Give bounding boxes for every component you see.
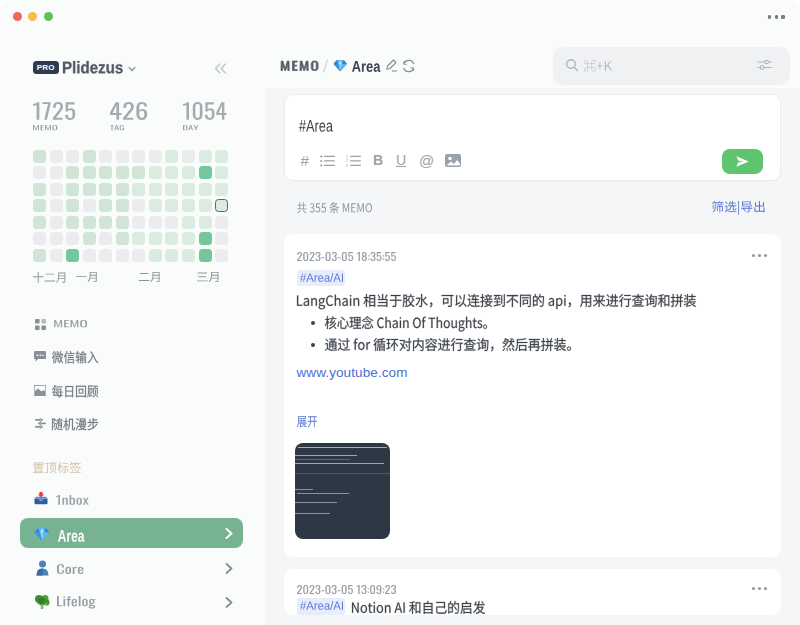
svg-text:3: 3 <box>346 163 349 167</box>
